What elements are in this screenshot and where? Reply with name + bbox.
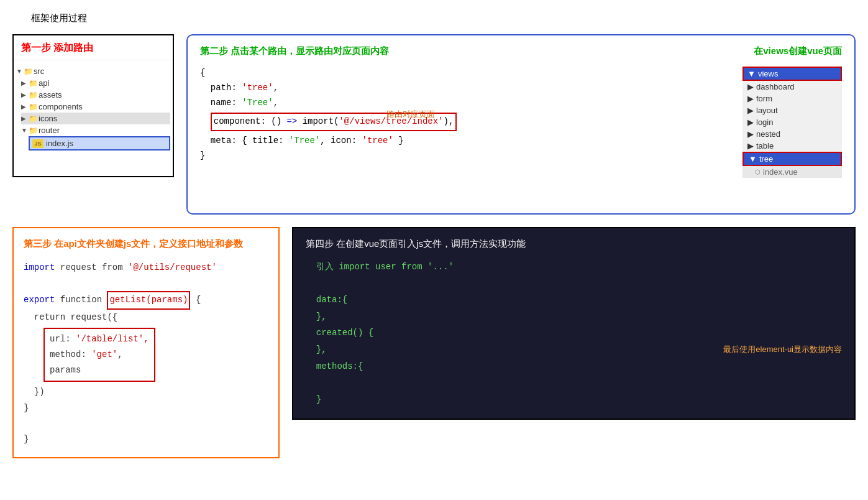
views-item-layout[interactable]: ▶ layout [742, 104, 842, 116]
views-item-dashboard[interactable]: ▶ dashboard [742, 81, 842, 93]
folder-icons-icon: 📁 [29, 114, 39, 123]
api-label: api [39, 78, 49, 88]
js-file-icon: JS [32, 139, 43, 148]
step1-box: 第一步 添加路由 ▼ 📁 src ▶ 📁 api ▶ 📁 [12, 34, 174, 177]
form-arrow: ▶ [747, 94, 754, 103]
url-block-content: url: '/table/list', method: 'get', param… [43, 328, 155, 382]
code-line-meta-wrap: meta: { title: 'Tree', icon: 'tree' } [200, 134, 457, 149]
folder-components-icon: 📁 [29, 103, 39, 111]
views-folder[interactable]: ▼ views [742, 67, 842, 81]
step3-title: 第三步 在api文件夹创建js文件，定义接口地址和参数 [24, 238, 268, 250]
code-line-close: } [200, 149, 457, 164]
main-layout: 第一步 添加路由 ▼ 📁 src ▶ 📁 api ▶ 📁 [12, 34, 856, 458]
indexjs-label: index.js [46, 139, 73, 148]
components-label: components [39, 102, 83, 111]
s4-data-close: }, [306, 312, 327, 322]
s4-created-close-row: }, 最后使用element-ui显示数据内容 [306, 341, 842, 358]
step2-content: { path: 'tree', name: 'Tree', component:… [200, 66, 842, 123]
views-label: views [758, 69, 779, 78]
table-label: table [756, 141, 774, 150]
folder-src-icon: 📁 [24, 67, 34, 76]
s4-created-text: created() { [306, 328, 373, 338]
layout-label: layout [756, 106, 778, 115]
s3-url-block: url: '/table/list', method: 'get', param… [34, 328, 268, 382]
url-line: url: '/table/list', [50, 331, 149, 347]
form-label: form [756, 94, 772, 103]
s4-data-text: data:{ [306, 295, 347, 305]
code-line-path: path: 'tree', [200, 81, 457, 96]
s3-import-path: '@/utils/request' [128, 262, 217, 272]
s3-close2: } [24, 400, 268, 416]
step2-title: 第二步 点击某个路由，显示路由对应页面内容 [200, 45, 389, 57]
s4-line-data: data:{ [306, 292, 842, 308]
s4-line-import: 引入 import user from '...' [306, 259, 842, 275]
arrow-icons: ▶ [21, 115, 29, 122]
assets-label: assets [39, 90, 62, 100]
views-item-login[interactable]: ▶ login [742, 116, 842, 128]
router-label: router [39, 126, 60, 135]
nested-arrow: ▶ [747, 129, 754, 139]
tree-item-icons[interactable]: ▶ 📁 icons [21, 113, 170, 124]
tree-item-router[interactable]: ▼ 📁 router [21, 124, 170, 136]
login-arrow: ▶ [747, 118, 754, 127]
step2-box: 第二步 点击某个路由，显示路由对应页面内容 在views创建vue页面 { pa… [186, 34, 856, 215]
step3-box: 第三步 在api文件夹创建js文件，定义接口地址和参数 import reque… [12, 227, 280, 458]
tree-item-indexjs[interactable]: JS index.js [29, 136, 170, 150]
method-line: method: 'get', [50, 347, 149, 363]
s3-return-line: return request({ [24, 310, 268, 325]
dashboard-label: dashboard [756, 82, 794, 91]
views-item-indexvue[interactable]: ⬡ index.vue [742, 166, 842, 178]
import-keyword: import [24, 262, 55, 272]
step2-annotation: 路由对应页面 [386, 108, 457, 123]
tree-item-api[interactable]: ▶ 📁 api [21, 77, 170, 89]
annotation-text: 路由对应页面 [386, 109, 435, 119]
s4-line-methods-close: } [306, 391, 842, 408]
indexvue-label: index.vue [763, 167, 798, 177]
s4-line-created: created() { [306, 325, 842, 341]
s4-import-text: 引入 import user from '...' [306, 262, 454, 272]
code-line-open: { [200, 66, 457, 81]
code-line-meta: meta: { title: 'Tree', icon: 'tree' } [200, 134, 457, 149]
views-item-table[interactable]: ▶ table [742, 140, 842, 152]
step4-box: 第四步 在创建vue页面引入js文件，调用方法实现功能 引入 import us… [292, 227, 856, 420]
views-item-tree[interactable]: ▼ tree [742, 152, 842, 166]
views-tree: ▼ views ▶ dashboard ▶ form ▶ layout [742, 67, 842, 178]
step4-title: 第四步 在创建vue页面引入js文件，调用方法实现功能 [306, 238, 842, 250]
params-line: params [50, 363, 149, 378]
s4-methods-text: methods:{ [306, 361, 363, 371]
s4-annotation: 最后使用element-ui显示数据内容 [723, 342, 842, 358]
step4-code: 引入 import user from '...' data:{ }, crea… [306, 259, 842, 407]
views-item-nested[interactable]: ▶ nested [742, 128, 842, 140]
table-arrow: ▶ [747, 141, 754, 150]
layout-arrow: ▶ [747, 106, 754, 115]
views-item-form[interactable]: ▶ form [742, 93, 842, 104]
s4-methods-close: } [306, 394, 321, 404]
s3-close1: }) [24, 384, 268, 400]
step2-subtitle: 在views创建vue页面 [754, 45, 842, 57]
page-title: 框架使用过程 [31, 12, 856, 24]
tree-item-assets[interactable]: ▶ 📁 assets [21, 89, 170, 101]
views-arrow-icon: ▼ [747, 69, 756, 78]
tree-item-components[interactable]: ▶ 📁 components [21, 101, 170, 113]
file-tree: ▼ 📁 src ▶ 📁 api ▶ 📁 assets [14, 60, 173, 155]
s3-import-line: import request from '@/utils/request' [24, 260, 268, 275]
tree-arrow-icon: ▼ [749, 154, 757, 164]
export-keyword: export [24, 295, 55, 305]
folder-assets-icon: 📁 [29, 91, 39, 100]
s4-created-close: }, [306, 341, 327, 358]
tree-label-views: tree [759, 154, 773, 164]
arrow-src: ▼ [16, 68, 24, 75]
folder-router-icon: 📁 [29, 126, 39, 135]
func-highlight: getList(params) [107, 291, 190, 309]
tree-item-src[interactable]: ▼ 📁 src [16, 65, 170, 77]
arrow-assets: ▶ [21, 91, 29, 98]
login-label: login [756, 118, 773, 127]
s4-line-methods: methods:{ [306, 358, 842, 375]
vue-icon: ⬡ [755, 169, 761, 175]
icons-label: icons [39, 114, 57, 123]
url-path: table/list [86, 334, 139, 344]
step1-title: 第一步 添加路由 [14, 35, 173, 60]
arrow-components: ▶ [21, 103, 29, 110]
step2-header: 第二步 点击某个路由，显示路由对应页面内容 在views创建vue页面 [200, 45, 842, 57]
folder-api-icon: 📁 [29, 79, 39, 88]
